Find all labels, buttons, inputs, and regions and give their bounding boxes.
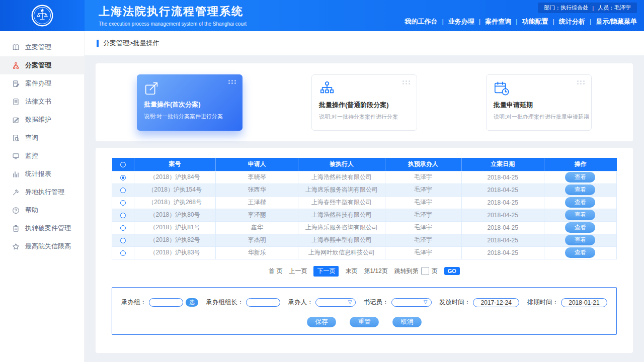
nav-item-toggle-menu[interactable]: 显示/隐藏菜单: [585, 17, 637, 26]
table-row: （2018）沪执154号 张西华 上海席乐服务咨询有限公司 毛泽宇 2018-0…: [112, 184, 617, 196]
monitor-icon: [12, 152, 20, 160]
issue-date-field[interactable]: 2017-12-24: [473, 298, 519, 307]
jump-page-input[interactable]: [421, 267, 429, 275]
card-title: 批量操作(普通阶段分案): [319, 101, 410, 110]
filing-date-cell: 2018-04-25: [461, 196, 544, 209]
view-button[interactable]: 查看: [565, 185, 595, 195]
go-button[interactable]: GO: [444, 267, 460, 275]
sidebar-item-case-division[interactable]: 分案管理: [0, 56, 84, 74]
nav-item-config[interactable]: 功能配置: [511, 17, 548, 26]
table-row: （2018）沪执82号 李杰明 上海春熙丰型有限公司 毛泽宇 2018-04-2…: [112, 234, 617, 246]
cancel-button[interactable]: 取消: [392, 317, 422, 327]
schedule-date-field[interactable]: 2018-01-21: [561, 298, 607, 307]
dropdown-arrow-icon: [424, 299, 428, 305]
handler-field-wrap: 承办人：: [288, 298, 356, 307]
view-button[interactable]: 查看: [565, 210, 595, 220]
executee-cell: 上海席乐服务咨询有限公司: [298, 221, 385, 234]
app-header: 上海法院执行流程管理系统 The execution process manag…: [0, 0, 644, 31]
card-menu-dots: [228, 80, 236, 84]
column-header-action: 操作: [544, 158, 616, 171]
table-row: （2018）沪执268号 王泽楷 上海春熙丰型有限公司 毛泽宇 2018-04-…: [112, 196, 617, 209]
view-button[interactable]: 查看: [565, 197, 595, 208]
nav-item-case-query[interactable]: 案件查询: [474, 17, 511, 26]
page-prev-button[interactable]: 上一页: [289, 267, 307, 276]
org-chart-icon: [319, 80, 335, 97]
court-logo: [0, 0, 85, 31]
sidebar-item-case-filing[interactable]: 立案管理: [0, 38, 84, 56]
person-label: 人员：毛泽宇: [598, 4, 631, 12]
select-all-radio[interactable]: [120, 162, 126, 167]
view-button[interactable]: 查看: [565, 247, 595, 258]
sidebar-item-legal-documents[interactable]: 法律文书: [0, 93, 84, 111]
row-radio[interactable]: [120, 188, 126, 193]
view-button[interactable]: 查看: [565, 222, 595, 233]
content-area: 批量操作(首次分案) 说明:对一批待分案案件进行分案 批量操作(普通阶段分案) …: [85, 55, 644, 362]
page-next-button[interactable]: 下一页: [313, 266, 339, 277]
group-leader-field-wrap: 承办组组长：: [206, 298, 280, 307]
sidebar-item-statistics-report[interactable]: 统计报表: [0, 165, 84, 183]
sidebar-item-monitoring[interactable]: 监控: [0, 147, 84, 165]
reset-button[interactable]: 重置: [350, 317, 379, 327]
sidebar-item-remote-execution[interactable]: 异地执行管理: [0, 183, 84, 201]
schedule-time-field-wrap: 排期时间： 2018-01-21: [527, 298, 607, 307]
row-radio[interactable]: [120, 213, 126, 218]
view-button[interactable]: 查看: [565, 172, 595, 183]
sidebar-item-case-handling[interactable]: 案件办理: [0, 74, 84, 93]
nav-item-workbench[interactable]: 我的工作台: [405, 17, 437, 26]
group-input[interactable]: [149, 298, 183, 307]
assignment-form: 承办组： 选 承办组组长： 承办人： 书记: [112, 287, 617, 335]
applicant-cell: 张西华: [216, 184, 298, 196]
card-title: 批量申请延期: [494, 101, 584, 110]
card-batch-first-division[interactable]: 批量操作(首次分案) 说明:对一批待分案案件进行分案: [137, 74, 243, 131]
handler-cell: 毛泽宇: [385, 209, 461, 221]
app-window: 上海法院执行流程管理系统 The execution process manag…: [0, 0, 644, 362]
card-description: 说明:对一批待分案案件进行分案: [144, 113, 235, 120]
row-radio[interactable]: [120, 200, 126, 206]
card-menu-dots: [577, 80, 585, 84]
row-radio[interactable]: [120, 225, 126, 231]
breadcrumb: 分案管理>批量操作: [103, 39, 159, 48]
doc-edit-icon: [12, 80, 20, 87]
sidebar-item-help[interactable]: 帮助: [0, 201, 84, 219]
separator: [588, 5, 598, 11]
clipboard-icon: [12, 225, 20, 232]
sidebar-item-bankruptcy-transfer[interactable]: 执转破案件管理: [0, 219, 84, 237]
jump-label-prefix: 跳转到第: [394, 267, 419, 276]
page-last-button[interactable]: 末页: [345, 267, 357, 276]
sidebar-item-label: 案件办理: [25, 79, 51, 88]
sidebar-item-label: 查询: [25, 133, 38, 142]
save-button[interactable]: 保存: [307, 317, 336, 327]
card-menu-dots: [403, 80, 410, 84]
card-batch-delay-request[interactable]: 批量申请延期 说明:对一批办理案件进行批量申请延期: [486, 74, 592, 131]
nav-item-business[interactable]: 业务办理: [437, 17, 474, 26]
group-leader-input[interactable]: [246, 298, 280, 307]
case-no-cell: （2018）沪执83号: [134, 246, 216, 259]
sidebar-item-query[interactable]: 查询: [0, 129, 84, 147]
case-no-cell: （2018）沪执268号: [134, 196, 216, 209]
card-batch-normal-division[interactable]: 批量操作(普通阶段分案) 说明:对一批待分案案件进行分案: [311, 74, 417, 131]
clerk-select[interactable]: [391, 298, 432, 307]
table-row: （2018）沪执81号 鑫华 上海席乐服务咨询有限公司 毛泽宇 2018-04-…: [112, 221, 617, 234]
page-first-button[interactable]: 首 页: [269, 267, 282, 276]
executee-cell: 上海春熙丰型有限公司: [298, 196, 385, 209]
executee-cell: 上海春熙丰型有限公司: [298, 234, 385, 246]
case-table: 案号 申请人 被执行人 执预承办人 立案日期 操作 （2018）沪执84号 李: [112, 158, 617, 259]
select-group-button[interactable]: 选: [186, 298, 198, 307]
department-label: 部门：执行综合处: [544, 4, 588, 12]
view-button[interactable]: 查看: [565, 235, 595, 245]
nav-item-statistics[interactable]: 统计分析: [548, 17, 585, 26]
sidebar-item-supreme-dishonesty[interactable]: 最高院失信限高: [0, 237, 84, 255]
export-icon: [144, 80, 160, 96]
sidebar-item-label: 数据维护: [25, 115, 51, 124]
row-radio[interactable]: [120, 175, 126, 180]
sidebar-item-data-maintenance[interactable]: 数据维护: [0, 111, 84, 129]
sidebar-item-label: 立案管理: [25, 43, 51, 52]
executee-cell: 上海网叶欣信息科技公司: [298, 246, 385, 259]
handler-cell: 毛泽宇: [385, 196, 461, 209]
row-radio[interactable]: [120, 238, 126, 243]
app-title-block: 上海法院执行流程管理系统 The execution process manag…: [99, 4, 247, 27]
row-radio[interactable]: [120, 250, 126, 256]
dropdown-arrow-icon: [348, 299, 352, 305]
handler-select[interactable]: [315, 298, 356, 307]
card-description: 说明:对一批办理案件进行批量申请延期: [494, 113, 584, 121]
